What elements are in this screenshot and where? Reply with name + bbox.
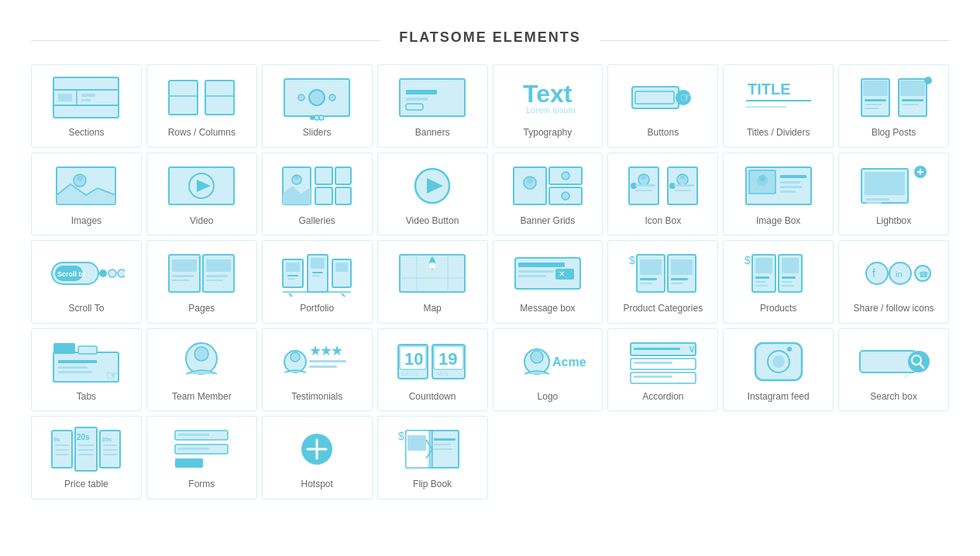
element-item-hotspot[interactable]: Hotspot bbox=[262, 416, 373, 499]
icon-box-icon bbox=[613, 161, 713, 211]
svg-rect-168 bbox=[309, 360, 346, 362]
svg-point-71 bbox=[680, 175, 685, 180]
svg-rect-216 bbox=[178, 448, 209, 450]
svg-rect-124 bbox=[518, 270, 554, 273]
element-item-testimonials[interactable]: ★ ★ ★ Testimonials bbox=[262, 328, 373, 412]
element-item-lightbox[interactable]: Lightbox bbox=[838, 153, 949, 236]
element-item-search-box[interactable]: ☞ Search box bbox=[838, 328, 949, 412]
typography-label: Typography bbox=[524, 127, 573, 139]
pages-icon bbox=[152, 249, 252, 298]
element-item-map[interactable]: Map bbox=[377, 240, 488, 324]
hotspot-icon bbox=[267, 424, 367, 474]
element-item-images[interactable]: Images bbox=[31, 153, 142, 236]
team-member-label: Team Member bbox=[172, 391, 232, 403]
element-item-buttons[interactable]: ☞ Buttons bbox=[607, 64, 718, 148]
flip-book-icon: $ bbox=[383, 424, 483, 474]
svg-line-108 bbox=[289, 293, 292, 297]
svg-rect-140 bbox=[755, 258, 772, 273]
instagram-feed-icon bbox=[728, 337, 828, 386]
element-item-logo[interactable]: Acme Logo bbox=[493, 328, 603, 412]
element-item-forms[interactable]: Forms bbox=[146, 416, 257, 499]
svg-rect-37 bbox=[900, 81, 925, 96]
element-item-price-table[interactable]: 9s 20s 39s Price table bbox=[31, 416, 142, 499]
svg-point-12 bbox=[309, 90, 325, 105]
element-item-message-box[interactable]: ✕ Message box bbox=[493, 240, 603, 324]
svg-text:☞: ☞ bbox=[106, 368, 119, 383]
svg-rect-144 bbox=[755, 285, 768, 287]
svg-text:in: in bbox=[896, 269, 903, 279]
element-item-banner-grids[interactable]: Banner Grids bbox=[493, 153, 603, 236]
element-item-accordion[interactable]: ∨ Accordion bbox=[607, 328, 718, 412]
svg-rect-7 bbox=[169, 81, 198, 115]
galleries-label: Galleries bbox=[299, 215, 335, 228]
element-item-flip-book[interactable]: $ Flip Book bbox=[377, 416, 488, 499]
svg-point-61 bbox=[562, 172, 569, 180]
element-item-tabs[interactable]: ☞ Tabs bbox=[31, 328, 142, 412]
svg-rect-187 bbox=[634, 376, 672, 378]
blog-posts-label: Blog Posts bbox=[872, 127, 916, 139]
element-item-rows-columns[interactable]: Rows / Columns bbox=[146, 64, 257, 148]
element-item-image-box[interactable]: Image Box bbox=[723, 153, 834, 236]
svg-rect-143 bbox=[755, 281, 766, 283]
element-item-team-member[interactable]: Team Member bbox=[146, 328, 257, 412]
svg-text:MIN: MIN bbox=[437, 370, 449, 377]
svg-text:Lorem ipsum: Lorem ipsum bbox=[526, 105, 576, 115]
svg-rect-206 bbox=[55, 449, 69, 451]
element-item-sections[interactable]: Sections bbox=[31, 64, 142, 148]
rows-columns-label: Rows / Columns bbox=[168, 127, 236, 139]
banner-grids-label: Banner Grids bbox=[521, 215, 576, 228]
svg-rect-158 bbox=[58, 366, 88, 369]
map-icon bbox=[383, 249, 483, 298]
svg-rect-79 bbox=[780, 175, 806, 178]
svg-rect-227 bbox=[434, 438, 456, 441]
element-item-galleries[interactable]: Galleries bbox=[262, 153, 373, 236]
element-item-icon-box[interactable]: Icon Box bbox=[607, 153, 718, 236]
forms-icon bbox=[152, 424, 252, 474]
svg-rect-209 bbox=[55, 454, 69, 455]
svg-rect-25 bbox=[635, 91, 674, 104]
forms-label: Forms bbox=[188, 479, 215, 491]
svg-text:∨: ∨ bbox=[688, 342, 696, 355]
element-item-pages[interactable]: Pages bbox=[146, 240, 257, 324]
svg-rect-211 bbox=[103, 454, 117, 455]
svg-point-93 bbox=[99, 269, 107, 277]
svg-text:$: $ bbox=[629, 254, 635, 266]
testimonials-icon: ★ ★ ★ bbox=[267, 337, 367, 386]
svg-rect-185 bbox=[634, 348, 680, 350]
element-item-products[interactable]: $ Products bbox=[723, 240, 834, 324]
svg-point-193 bbox=[908, 351, 930, 372]
element-item-share-follow[interactable]: f in ☎ Share / follow icons bbox=[838, 240, 949, 324]
svg-rect-208 bbox=[103, 449, 117, 451]
element-item-typography[interactable]: Text Lorem ipsum Typography bbox=[493, 64, 603, 148]
svg-rect-39 bbox=[902, 104, 919, 105]
element-item-scroll-to[interactable]: Scroll to Scroll To bbox=[31, 240, 142, 324]
svg-point-14 bbox=[315, 115, 319, 120]
element-item-product-categories[interactable]: $ Product Categories bbox=[607, 240, 718, 324]
product-categories-label: Product Categories bbox=[623, 303, 703, 315]
element-item-countdown[interactable]: 10 DAYS 19 MIN Countdown bbox=[377, 328, 488, 412]
element-item-portfolio[interactable]: Portfolio bbox=[262, 240, 373, 324]
svg-rect-111 bbox=[311, 258, 325, 269]
element-item-titles-dividers[interactable]: TITLE Titles / Dividers bbox=[723, 64, 834, 148]
svg-text:f: f bbox=[872, 267, 875, 280]
svg-text:$: $ bbox=[398, 430, 404, 442]
svg-text:DAYS: DAYS bbox=[401, 370, 418, 377]
svg-rect-84 bbox=[865, 172, 905, 195]
svg-text:19: 19 bbox=[438, 349, 457, 369]
page-wrapper: FLATSOME ELEMENTS Sections Rows / Column… bbox=[0, 0, 980, 530]
element-item-instagram-feed[interactable]: Instagram feed bbox=[723, 328, 834, 412]
message-box-icon: ✕ bbox=[498, 249, 598, 298]
element-item-sliders[interactable]: Sliders bbox=[262, 64, 373, 148]
element-item-banners[interactable]: Banners bbox=[377, 64, 488, 148]
element-item-video-button[interactable]: Video Button bbox=[377, 153, 488, 236]
svg-point-49 bbox=[294, 175, 299, 180]
svg-point-95 bbox=[118, 269, 125, 277]
svg-point-40 bbox=[924, 77, 932, 84]
svg-point-65 bbox=[641, 175, 646, 180]
svg-rect-6 bbox=[81, 99, 91, 101]
element-item-blog-posts[interactable]: Blog Posts bbox=[838, 64, 949, 148]
element-item-video[interactable]: Video bbox=[146, 153, 257, 236]
svg-rect-215 bbox=[178, 434, 209, 436]
svg-rect-38 bbox=[902, 99, 923, 101]
svg-rect-141 bbox=[782, 258, 799, 273]
